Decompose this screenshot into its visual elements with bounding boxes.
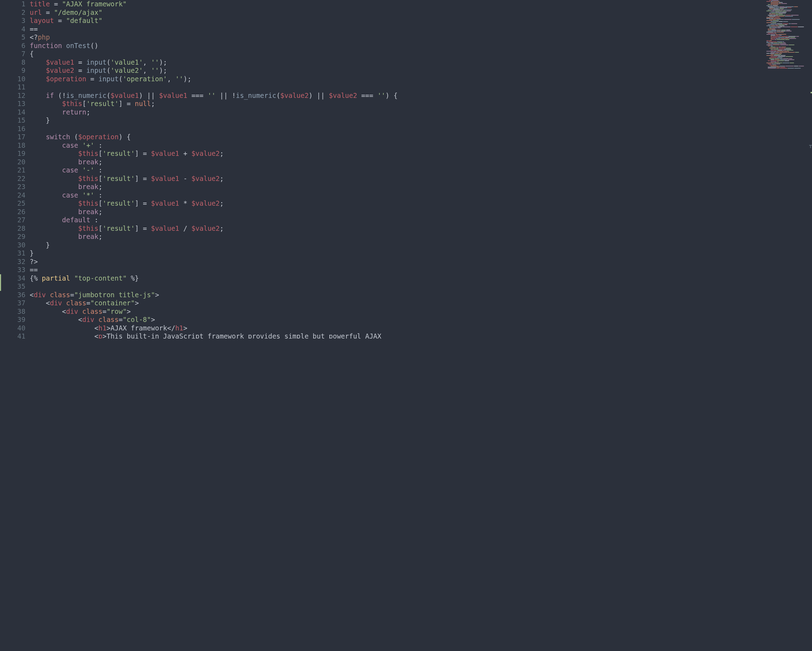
code-line[interactable]: <div class="container"> [30,299,432,307]
code-line[interactable]: } [30,241,432,249]
code-line[interactable]: ?> [30,258,432,266]
line-number: 20 [0,158,26,167]
line-number: 35 [0,283,30,291]
line-number: 27 [0,216,26,225]
line-number: 29 [0,232,26,241]
line-number: 36 [0,291,26,300]
line-number: 9 [0,66,26,75]
line-number: 23 [0,183,26,191]
code-line[interactable]: function onTest() [30,42,432,50]
line-number: 39 [0,316,26,324]
line-number: 26 [0,208,26,216]
line-number: 7 [0,50,26,58]
line-number: 24 [0,191,26,200]
line-number: 30 [0,241,26,249]
code-line[interactable]: $this['result'] = $value1 / $value2; [30,225,432,233]
code-line[interactable]: <?php [30,33,432,42]
code-line[interactable]: break; [30,232,432,241]
code-line[interactable]: <p>This built-in JavaScript framework pr… [30,332,432,339]
code-line[interactable]: $this['result'] = null; [30,100,432,108]
line-number-gutter: 1234567891011121314151617181920212223242… [0,0,30,339]
line-number: 13 [0,100,26,108]
code-editor[interactable]: 1234567891011121314151617181920212223242… [0,0,432,339]
line-number: 1 [0,0,26,9]
code-line[interactable]: if (!is_numeric($value1) || $value1 === … [30,92,432,100]
code-line[interactable]: {% partial "top-content" %} [30,274,432,283]
code-line[interactable]: return; [30,108,432,117]
code-line[interactable]: == [30,266,432,274]
code-line[interactable]: <h1>AJAX framework</h1> [30,324,432,333]
code-line[interactable]: url = "/demo/ajax" [30,9,432,17]
code-line[interactable]: layout = "default" [30,17,432,25]
line-number: 28 [0,225,26,233]
line-number: 17 [0,133,26,141]
line-number: 38 [0,307,26,316]
code-line[interactable]: case '*' : [30,191,432,200]
line-number: 16 [0,125,26,133]
code-line[interactable]: break; [30,158,432,167]
code-line[interactable]: title = "AJAX framework" [30,0,432,9]
code-line[interactable]: switch ($operation) { [30,133,432,141]
line-number: 19 [0,150,26,158]
line-number: 18 [0,141,26,150]
line-number: 41 [0,332,26,339]
code-line[interactable]: case '-' : [30,166,432,174]
line-number: 6 [0,42,26,50]
code-line[interactable]: <div class="col-8"> [30,316,432,324]
line-number: 31 [0,249,26,258]
code-line[interactable]: $operation = input('operation', ''); [30,75,432,83]
line-number: 33 [0,266,26,274]
line-number: 21 [0,166,26,174]
code-line[interactable]: $value2 = input('value2', ''); [30,66,432,75]
code-line[interactable]: $this['result'] = $value1 - $value2; [30,174,432,183]
code-line[interactable]: <div class="row"> [30,307,432,316]
line-number: 15 [0,116,26,125]
code-line[interactable]: case '+' : [30,141,432,150]
line-number: 14 [0,108,26,117]
code-line[interactable]: default : [30,216,432,225]
code-line[interactable]: } [30,249,432,258]
line-number: 2 [0,9,26,17]
code-line[interactable]: $value1 = input('value1', ''); [30,58,432,67]
code-content[interactable]: title = "AJAX framework"url = "/demo/aja… [30,0,432,339]
line-number: 34 [0,274,30,283]
line-number: 8 [0,58,26,67]
line-number: 10 [0,75,26,83]
code-line[interactable]: break; [30,208,432,216]
line-number: 40 [0,324,26,333]
line-number: 22 [0,174,26,183]
line-number: 5 [0,33,26,42]
line-number: 32 [0,258,26,266]
line-number: 3 [0,17,26,25]
line-number: 25 [0,199,26,208]
code-line[interactable]: == [30,25,432,34]
code-line[interactable]: $this['result'] = $value1 + $value2; [30,150,432,158]
code-line[interactable]: break; [30,183,432,191]
line-number: 37 [0,299,26,307]
code-line[interactable]: <div class="jumbotron title-js"> [30,291,432,300]
code-line[interactable] [30,83,432,92]
code-line[interactable]: } [30,116,432,125]
code-line[interactable]: $this['result'] = $value1 * $value2; [30,199,432,208]
line-number: 12 [0,92,26,100]
code-line[interactable] [30,283,432,291]
line-number: 4 [0,25,26,34]
code-line[interactable] [30,125,432,133]
code-line[interactable]: { [30,50,432,58]
line-number: 11 [0,83,26,92]
